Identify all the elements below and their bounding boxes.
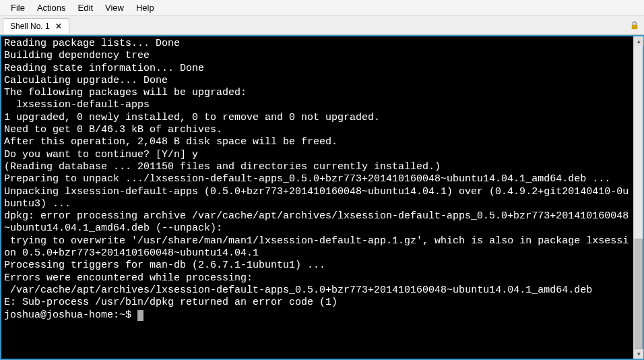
tab-label: Shell No. 1 [10, 22, 50, 31]
menu-actions[interactable]: Actions [32, 1, 71, 14]
menu-edit[interactable]: Edit [73, 1, 98, 14]
close-icon[interactable]: ✕ [55, 22, 62, 31]
terminal-line: dpkg: error processing archive /var/cach… [4, 210, 631, 235]
terminal-prompt: joshua@joshua-home:~$ [4, 309, 137, 321]
scroll-up-button[interactable]: ▴ [634, 36, 643, 46]
terminal-line: /var/cache/apt/archives/lxsession-defaul… [4, 284, 631, 297]
svg-rect-0 [632, 25, 637, 29]
terminal-line: trying to overwrite '/usr/share/man/man1… [4, 235, 631, 260]
menubar: File Actions Edit View Help [0, 0, 644, 16]
terminal-line: Calculating upgrade... Done [4, 75, 631, 87]
terminal-line: Do you want to continue? [Y/n] y [4, 149, 631, 161]
terminal-line: Need to get 0 B/46.3 kB of archives. [4, 124, 631, 136]
terminal-line: Unpacking lxsession-default-apps (0.5.0+… [4, 186, 631, 211]
terminal-line: Reading state information... Done [4, 63, 631, 75]
terminal-line: Errors were encountered while processing… [4, 272, 631, 284]
cursor-icon [137, 310, 143, 321]
scrollbar[interactable]: ▴ ▾ [633, 36, 643, 359]
scroll-thumb[interactable] [635, 239, 643, 349]
terminal-prompt-line: joshua@joshua-home:~$ [4, 309, 631, 322]
terminal-wrap: Reading package lists... DoneBuilding de… [0, 35, 644, 360]
menu-file[interactable]: File [5, 1, 30, 14]
terminal-line: 1 upgraded, 0 newly installed, 0 to remo… [4, 112, 631, 124]
terminal-line: lxsession-default-apps [4, 99, 631, 111]
terminal-line: Preparing to unpack .../lxsession-defaul… [4, 173, 631, 185]
terminal-line: E: Sub-process /usr/bin/dpkg returned an… [4, 297, 631, 309]
menu-help[interactable]: Help [131, 1, 160, 14]
terminal-line: Reading package lists... Done [4, 38, 631, 50]
terminal-line: (Reading database ... 201150 files and d… [4, 161, 631, 173]
terminal-line: Processing triggers for man-db (2.6.7.1-… [4, 260, 631, 272]
lock-icon[interactable] [629, 20, 640, 31]
terminal[interactable]: Reading package lists... DoneBuilding de… [1, 36, 633, 359]
terminal-line: Building dependency tree [4, 50, 631, 62]
tabbar: Shell No. 1 ✕ [0, 16, 644, 35]
terminal-line: After this operation, 2,048 B disk space… [4, 136, 631, 148]
tab-shell-1[interactable]: Shell No. 1 ✕ [3, 18, 69, 34]
scroll-down-button[interactable]: ▾ [634, 349, 643, 359]
terminal-line: The following packages will be upgraded: [4, 87, 631, 99]
menu-view[interactable]: View [100, 1, 129, 14]
